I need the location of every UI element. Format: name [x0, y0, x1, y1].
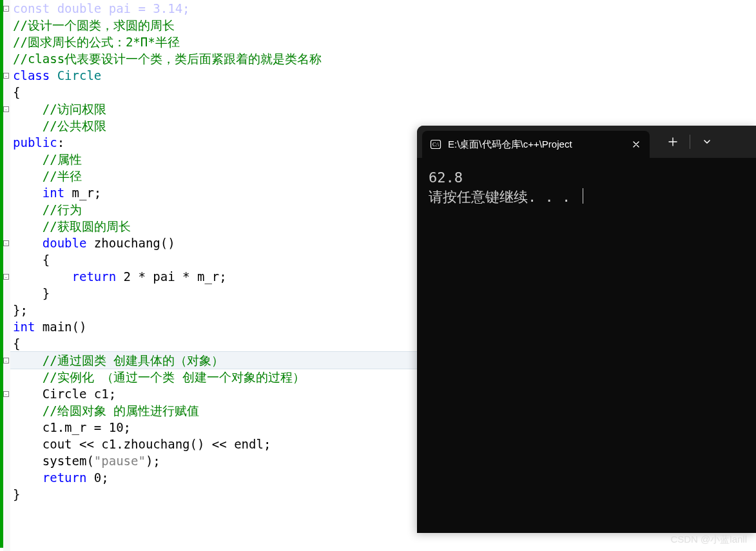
terminal-icon: C:\ [430, 139, 441, 150]
string: "pause" [94, 454, 146, 468]
comment: //获取圆的周长 [13, 219, 131, 233]
ident: main() [35, 320, 86, 334]
comment: //公共权限 [13, 119, 106, 133]
code-line: class Circle [10, 67, 756, 84]
expr: system( [13, 454, 94, 468]
comment: //实例化 （通过一个类 创建一个对象的过程） [13, 370, 305, 384]
output-line: 请按任意键继续. . . [429, 188, 744, 207]
tab-dropdown-button[interactable] [690, 126, 724, 158]
keyword: double [13, 236, 86, 250]
comment: //半径 [13, 169, 82, 183]
indent [13, 470, 43, 485]
terminal-output[interactable]: 62.8 请按任意键继续. . . [417, 158, 756, 217]
terminal-tabstrip-actions [656, 126, 724, 158]
close-icon[interactable] [630, 139, 642, 150]
output-text: 请按任意键继续. . . [429, 189, 579, 205]
code-line: const double pai = 3.14; [10, 0, 756, 17]
ident: m_r; [64, 186, 101, 200]
comment: //给圆对象 的属性进行赋值 [13, 403, 199, 418]
terminal-titlebar[interactable]: C:\ E:\桌面\代码仓库\c++\Project [417, 126, 756, 158]
code-line: //class代表要设计一个类，类后面紧跟着的就是类名称 [10, 50, 756, 67]
keyword: const double pai = 3.14; [13, 1, 190, 15]
expr: ); [146, 454, 160, 468]
code-line: //访问权限 [10, 101, 756, 117]
punct: : [57, 135, 64, 150]
new-tab-button[interactable] [656, 126, 690, 158]
keyword: int [13, 186, 64, 200]
comment: //设计一个圆类，求圆的周长 [13, 18, 175, 32]
comment: //class代表要设计一个类，类后面紧跟着的就是类名称 [13, 52, 322, 66]
code-line: //圆求周长的公式：2*Π*半径 [10, 34, 756, 50]
keyword: public [13, 135, 57, 150]
expr: 2 * pai * m_r; [116, 269, 227, 284]
watermark: CSDN @小蓝lanll [670, 534, 747, 546]
comment: //行为 [13, 202, 82, 217]
svg-text:C:\: C:\ [432, 142, 440, 148]
keyword: return [72, 269, 117, 284]
terminal-window: C:\ E:\桌面\代码仓库\c++\Project 62.8 请按任意键继续.… [417, 126, 756, 533]
cursor [583, 188, 583, 204]
type-name: Circle [50, 68, 101, 82]
terminal-tab[interactable]: C:\ E:\桌面\代码仓库\c++\Project [422, 131, 650, 158]
ident: zhouchang() [86, 236, 175, 250]
comment: //属性 [13, 152, 82, 166]
code-line: //设计一个圆类，求圆的周长 [10, 17, 756, 34]
keyword: return [43, 470, 87, 485]
terminal-tab-title: E:\桌面\代码仓库\c++\Project [448, 139, 624, 151]
comment: //通过圆类 创建具体的（对象） [13, 353, 224, 367]
expr: 0; [86, 470, 108, 485]
indent [13, 269, 72, 284]
keyword: int [13, 320, 35, 334]
code-line: { [10, 84, 756, 101]
keyword: class [13, 68, 50, 82]
comment: //圆求周长的公式：2*Π*半径 [13, 35, 180, 49]
output-line: 62.8 [429, 168, 744, 188]
comment: //访问权限 [13, 102, 106, 116]
